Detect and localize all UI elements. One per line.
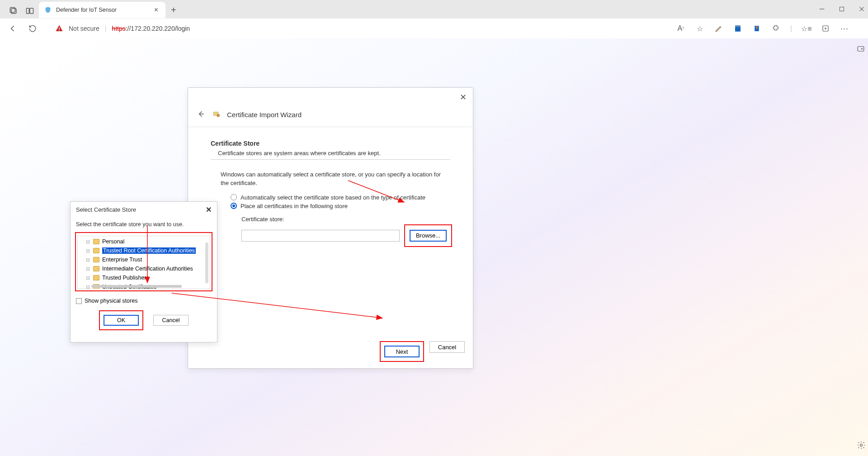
svg-rect-9 — [59, 30, 60, 31]
active-tab[interactable]: Defender for IoT Sensor × — [39, 2, 165, 18]
back-button[interactable] — [6, 22, 19, 35]
side-rail — [855, 42, 867, 452]
browse-button[interactable]: Browse... — [410, 230, 447, 242]
favorites-list-icon[interactable]: ☆≡ — [802, 24, 811, 33]
wizard-cancel-button[interactable]: Cancel — [429, 341, 465, 353]
favorite-icon[interactable]: ☆ — [695, 24, 704, 33]
tab-strip: Defender for IoT Sensor × + — [0, 0, 868, 18]
tab-actions-left — [4, 6, 39, 18]
tree-item-intermediate[interactable]: ⊟Intermediate Certification Authorities — [86, 264, 210, 273]
radio-place-label: Place all certificates in the following … — [241, 203, 348, 209]
page-body: ✕ Certificate Import Wizard Certificate … — [0, 38, 868, 456]
minimize-icon[interactable] — [818, 5, 826, 13]
svg-point-20 — [217, 114, 220, 117]
wizard-body: Certificate Store Certificate stores are… — [188, 127, 473, 247]
maximize-icon[interactable] — [838, 5, 845, 13]
tree-item-trusted-publishers[interactable]: ⊟Trusted Publishers — [86, 273, 210, 282]
radio-auto-select[interactable]: Automatically select the certificate sto… — [231, 194, 450, 201]
url-scheme: https — [112, 25, 125, 32]
book-blue-icon[interactable] — [733, 24, 742, 33]
dialog-titlebar: Select Certificate Store ✕ — [71, 202, 217, 218]
store-row: Browse... — [241, 224, 450, 247]
store-label: Certificate store: — [241, 216, 450, 223]
checkbox-icon — [76, 298, 82, 304]
svg-rect-3 — [30, 8, 33, 14]
radio-icon — [231, 194, 237, 200]
settings-gear-icon[interactable] — [857, 441, 866, 450]
tree-item-personal[interactable]: ⊟Personal — [86, 237, 210, 246]
wizard-header: Certificate Import Wizard — [188, 88, 473, 127]
security-warning-icon — [55, 24, 63, 33]
browser-chrome: Defender for IoT Sensor × + Not secure |… — [0, 0, 868, 38]
separator: | — [790, 24, 792, 33]
close-icon[interactable]: ✕ — [460, 92, 467, 102]
scrollbar-horizontal[interactable] — [91, 285, 182, 288]
browse-highlight: Browse... — [404, 224, 452, 247]
divider — [211, 159, 450, 160]
certificate-store-input[interactable] — [241, 230, 400, 242]
bookmark-icon[interactable] — [752, 24, 761, 33]
close-icon[interactable]: ✕ — [206, 205, 212, 214]
section-subtitle: Certificate stores are system areas wher… — [211, 150, 450, 157]
radio-place-all[interactable]: Place all certificates in the following … — [231, 203, 450, 209]
wizard-title: Certificate Import Wizard — [227, 111, 302, 119]
svg-rect-13 — [756, 26, 758, 29]
shield-icon — [44, 6, 52, 14]
workspace-icon[interactable] — [25, 6, 34, 15]
dialog-footer: OK Cancel — [71, 310, 217, 335]
radio-auto-label: Automatically select the certificate sto… — [241, 194, 425, 201]
address-input[interactable]: Not secure | https://172.20.220.220/logi… — [55, 24, 669, 33]
extensions-icon[interactable] — [771, 24, 780, 33]
collections-toolbar-icon[interactable] — [821, 24, 830, 33]
address-bar: Not secure | https://172.20.220.220/logi… — [0, 18, 868, 38]
url-rest: ://172.20.220.220/login — [126, 25, 190, 32]
tab-close-icon[interactable]: × — [152, 6, 160, 14]
svg-rect-2 — [27, 8, 29, 14]
collections-icon[interactable] — [9, 6, 18, 15]
certificate-icon — [212, 110, 221, 119]
section-heading: Certificate Store — [211, 140, 450, 147]
scrollbar-vertical[interactable] — [205, 242, 208, 283]
not-secure-label: Not secure — [69, 25, 99, 32]
wizard-description: Windows can automatically select a certi… — [221, 171, 450, 188]
tab-title: Defender for IoT Sensor — [56, 7, 148, 13]
more-menu-icon[interactable]: ··· — [840, 24, 849, 33]
dialog-cancel-button[interactable]: Cancel — [153, 315, 189, 326]
svg-rect-17 — [858, 47, 864, 52]
dialog-title: Select Certificate Store — [76, 206, 136, 213]
svg-rect-1 — [10, 8, 15, 13]
wizard-footer: Next Cancel — [380, 341, 465, 362]
read-aloud-icon[interactable]: A⁾⁾ — [676, 24, 685, 33]
edit-icon[interactable] — [714, 24, 723, 33]
ok-highlight: OK — [99, 310, 143, 330]
show-physical-label: Show physical stores — [85, 298, 137, 304]
svg-point-18 — [860, 444, 863, 446]
next-highlight: Next — [380, 341, 424, 362]
svg-rect-8 — [59, 28, 60, 30]
new-tab-button[interactable]: + — [165, 2, 182, 18]
tree-highlight: ⊟Personal ⊟Trusted Root Certification Au… — [75, 232, 212, 291]
wizard-back-button[interactable] — [196, 109, 206, 119]
dialog-prompt: Select the certificate store you want to… — [71, 218, 217, 232]
certificate-store-tree[interactable]: ⊟Personal ⊟Trusted Root Certification Au… — [77, 236, 210, 289]
svg-rect-11 — [735, 25, 741, 27]
sidebar-open-icon[interactable] — [857, 45, 866, 54]
svg-rect-0 — [11, 9, 16, 14]
refresh-button[interactable] — [26, 22, 39, 35]
toolbar-right: A⁾⁾ ☆ | ☆≡ ··· — [676, 24, 862, 33]
show-physical-stores-checkbox[interactable]: Show physical stores — [71, 291, 217, 310]
radio-icon — [231, 203, 237, 209]
tree-item-trusted-root[interactable]: ⊟Trusted Root Certification Authorities — [86, 246, 210, 255]
separator: | — [105, 25, 107, 32]
tree-item-enterprise[interactable]: ⊟Enterprise Trust — [86, 255, 210, 264]
certificate-import-wizard: ✕ Certificate Import Wizard Certificate … — [188, 87, 473, 369]
svg-rect-5 — [840, 7, 844, 11]
window-controls — [818, 0, 868, 18]
close-window-icon[interactable] — [858, 5, 865, 13]
select-certificate-store-dialog: Select Certificate Store ✕ Select the ce… — [70, 201, 217, 342]
next-button[interactable]: Next — [384, 346, 420, 357]
ok-button[interactable]: OK — [104, 315, 139, 326]
